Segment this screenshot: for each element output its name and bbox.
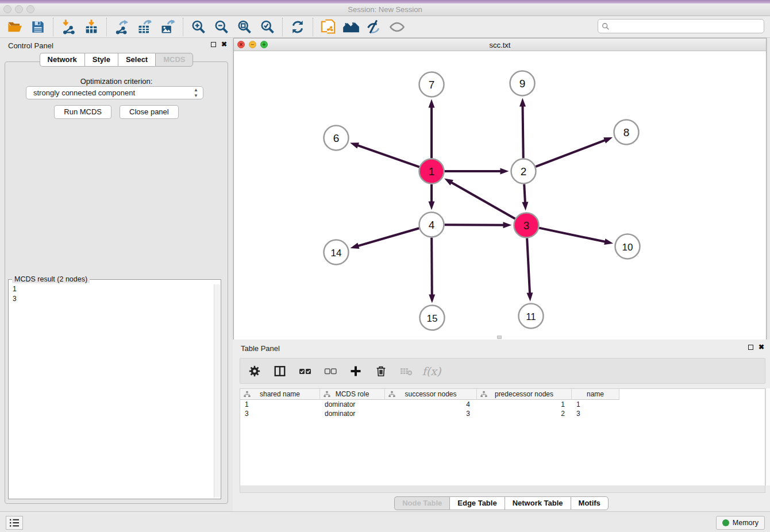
network-file-icon: [320, 19, 336, 35]
memory-label: Memory: [733, 519, 759, 527]
close-panel-icon[interactable]: ✖: [221, 41, 227, 48]
table-header-row: shared nameMCDS rolesuccessor nodesprede…: [240, 389, 765, 400]
refresh-button[interactable]: [286, 17, 309, 37]
graph-edge-3-1[interactable]: [451, 182, 515, 219]
table-panel-title: Table Panel: [241, 344, 280, 353]
show-columns-button[interactable]: [271, 363, 288, 380]
graph-edge-4-14[interactable]: [357, 228, 419, 246]
graph-edge-1-6[interactable]: [357, 145, 419, 167]
home-button[interactable]: [340, 17, 363, 37]
task-history-button[interactable]: [6, 516, 23, 530]
import-table-button[interactable]: [80, 17, 103, 37]
zoom-fit-button[interactable]: [233, 17, 256, 37]
column-header-MCDS-role[interactable]: MCDS role: [320, 389, 385, 400]
tab-mcds[interactable]: MCDS: [155, 53, 193, 67]
memory-button[interactable]: Memory: [716, 516, 765, 530]
mcds-result-list[interactable]: 13: [13, 284, 214, 498]
graph-edge-2-3[interactable]: [524, 184, 525, 203]
node-label: 4: [429, 219, 435, 231]
arrowhead-icon: [350, 242, 359, 249]
table-cell[interactable]: 1: [477, 400, 572, 409]
delete-table-icon: [399, 364, 413, 378]
node-label: 3: [523, 219, 530, 232]
float-panel-icon[interactable]: [748, 345, 753, 350]
tab-network-table[interactable]: Network Table: [505, 496, 571, 510]
optimization-dropdown[interactable]: strongly connected component ▲▼: [26, 86, 203, 99]
network-canvas[interactable]: 7968124314101511: [234, 51, 766, 340]
network-view-window: × − + scc.txt 7968124314101511: [233, 38, 767, 340]
export-network-button[interactable]: [110, 17, 133, 37]
houses-icon: [342, 19, 360, 35]
table-cell[interactable]: 2: [477, 409, 572, 418]
hide-eye-icon: [366, 19, 382, 35]
close-panel-button[interactable]: Close panel: [120, 105, 179, 119]
mcds-result-item[interactable]: 3: [13, 294, 214, 304]
float-panel-icon[interactable]: [211, 42, 216, 47]
export-table-icon: [137, 19, 153, 35]
table-vertical-scrollbar[interactable]: [765, 388, 770, 485]
table-row[interactable]: 3dominator323: [240, 409, 765, 418]
run-mcds-button[interactable]: Run MCDS: [54, 105, 111, 119]
network-window-titlebar[interactable]: × − + scc.txt: [234, 38, 766, 51]
tab-edge-table[interactable]: Edge Table: [449, 496, 504, 510]
export-table-button[interactable]: [133, 17, 156, 37]
arrowhead-icon: [429, 294, 435, 303]
show-graphics-details-button[interactable]: [386, 17, 409, 37]
tab-node-table[interactable]: Node Table: [394, 496, 449, 510]
open-session-button[interactable]: [3, 17, 26, 37]
select-all-button[interactable]: [297, 363, 314, 380]
tab-style[interactable]: Style: [84, 53, 118, 67]
search-field[interactable]: [598, 19, 764, 33]
import-network-button[interactable]: [57, 17, 80, 37]
search-input[interactable]: [610, 21, 764, 32]
table-settings-button[interactable]: [246, 363, 263, 380]
graph-edge-4-15[interactable]: [432, 237, 432, 295]
resize-grip[interactable]: [497, 336, 502, 339]
column-header-name[interactable]: name: [572, 389, 619, 400]
graph-edge-3-11[interactable]: [527, 238, 530, 294]
graph-edge-2-9[interactable]: [523, 105, 523, 158]
tab-motifs[interactable]: Motifs: [571, 496, 609, 510]
table-cell[interactable]: 3: [385, 409, 477, 418]
graph-edge-2-8[interactable]: [536, 140, 606, 167]
close-panel-icon[interactable]: ✖: [759, 344, 764, 350]
deselect-all-button[interactable]: [322, 363, 339, 380]
table-cell[interactable]: dominator: [320, 409, 385, 418]
table-row[interactable]: 1dominator411: [240, 400, 765, 409]
export-image-button[interactable]: [156, 17, 179, 37]
table-body: 1dominator4113dominator323: [240, 400, 765, 418]
mcds-result-item[interactable]: 1: [13, 284, 214, 294]
trash-icon: [375, 365, 387, 377]
tab-network[interactable]: Network: [40, 53, 84, 67]
tab-select[interactable]: Select: [118, 53, 155, 67]
table-cell[interactable]: 1: [240, 400, 320, 409]
node-label: 7: [429, 79, 435, 91]
delete-row-button[interactable]: [372, 363, 390, 380]
graph-edge-3-10[interactable]: [539, 228, 606, 242]
save-session-button[interactable]: [26, 17, 49, 37]
table-cell[interactable]: 3: [240, 409, 320, 418]
table-cell[interactable]: 1: [572, 400, 619, 409]
zoom-in-button[interactable]: [187, 17, 210, 37]
table-cell[interactable]: dominator: [320, 400, 385, 409]
column-header-successor-nodes[interactable]: successor nodes: [385, 389, 477, 400]
dropdown-value: strongly connected component: [33, 88, 135, 97]
arrowhead-icon: [350, 142, 359, 148]
column-header-predecessor-nodes[interactable]: predecessor nodes: [477, 389, 572, 400]
table-horizontal-scrollbar[interactable]: [240, 485, 765, 493]
hide-graphics-details-button[interactable]: [363, 17, 386, 37]
open-network-file-button[interactable]: [317, 17, 340, 37]
column-header-shared-name[interactable]: shared name: [240, 389, 320, 400]
save-disk-icon: [30, 20, 45, 34]
zoom-out-button[interactable]: [210, 17, 233, 37]
table-cell[interactable]: 3: [572, 409, 619, 418]
zoom-selected-button[interactable]: [256, 17, 279, 37]
result-scrollbar[interactable]: [214, 284, 220, 498]
table-cell[interactable]: 4: [385, 400, 477, 409]
network-graph[interactable]: 7968124314101511: [234, 51, 766, 340]
refresh-icon: [290, 19, 306, 35]
unchecked-boxes-icon: [324, 364, 337, 378]
node-label: 2: [521, 165, 527, 178]
graph-edge-4-3[interactable]: [444, 225, 504, 225]
add-row-button[interactable]: [347, 363, 364, 380]
